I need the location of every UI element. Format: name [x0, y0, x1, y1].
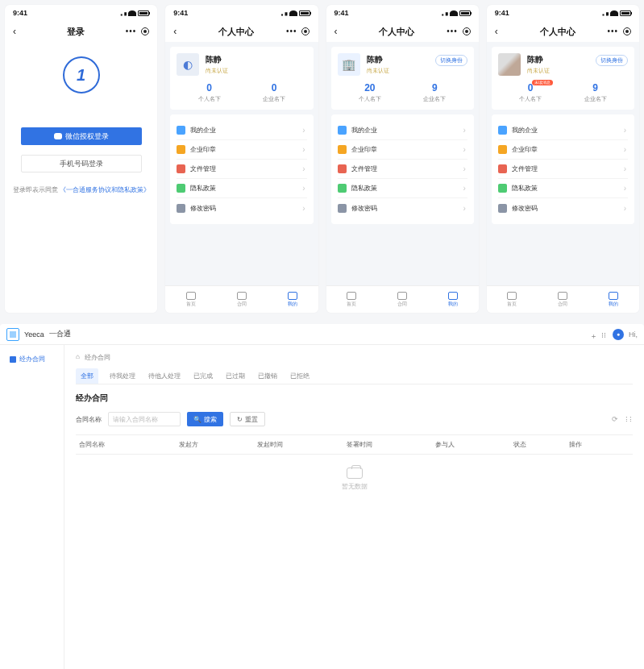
empty-icon [347, 467, 363, 479]
menu-item[interactable]: 隐私政策 [498, 179, 628, 198]
tabbar-item[interactable]: 首页 [165, 286, 216, 313]
page-title: 个人中心 [540, 26, 575, 38]
menu-item[interactable]: 文件管理 [338, 160, 467, 179]
table-column-header: 合同名称 [76, 435, 176, 454]
menu-item[interactable]: 我的企业 [338, 121, 467, 140]
user-status: 尚未认证 [206, 67, 228, 75]
wechat-login-button[interactable]: 微信授权登录 [21, 127, 142, 145]
tabbar-item[interactable]: 合同 [538, 286, 588, 313]
tabbar-item[interactable]: 我的 [428, 286, 479, 313]
user-name: 陈静 [527, 54, 550, 65]
menu-item-icon [177, 164, 185, 173]
content-tab[interactable]: 已完成 [192, 368, 214, 384]
more-icon[interactable]: ••• [286, 27, 297, 35]
phone-profile-3: 9:41 ‹ 个人中心 ••• 陈静 尚未认证 切换身份 0未读消息个人名下 9… [487, 5, 639, 313]
content-tab[interactable]: 待他人处理 [147, 368, 182, 384]
brand-logo-icon [6, 328, 19, 341]
menu-item[interactable]: 我的企业 [177, 121, 306, 140]
breadcrumb: ⌂ 经办合同 [76, 353, 633, 362]
dots-icon[interactable]: ⁝⁝ [601, 331, 608, 338]
menu-item-icon [498, 204, 507, 213]
table-column-header: 参与人 [432, 435, 510, 454]
menu-item-icon [338, 164, 347, 173]
tabbar-item[interactable]: 合同 [216, 286, 267, 313]
stat-personal[interactable]: 20个人名下 [338, 82, 403, 103]
menu-item-icon [338, 204, 347, 213]
avatar-corp[interactable]: 🏢 [338, 53, 360, 76]
stat-corp[interactable]: 9企业名下 [563, 82, 628, 103]
brand-name-cn: 一合通 [49, 329, 71, 339]
stat-corp[interactable]: 9企业名下 [402, 82, 467, 103]
more-icon[interactable]: ••• [607, 27, 618, 35]
plus-icon[interactable]: ＋ [590, 331, 596, 338]
target-icon[interactable] [623, 27, 631, 35]
menu-item[interactable]: 修改密码 [498, 198, 628, 218]
menu-item[interactable]: 企业印章 [338, 140, 467, 160]
stat-personal[interactable]: 0个人名下 [177, 82, 242, 103]
tabbar-item[interactable]: 我的 [588, 286, 639, 313]
stat-corp[interactable]: 0企业名下 [242, 82, 307, 103]
tabbar-item[interactable]: 合同 [377, 286, 428, 313]
filter-input[interactable]: 请输入合同名称 [108, 412, 181, 426]
reset-button[interactable]: ↻ 重置 [230, 412, 265, 426]
content-tab[interactable]: 待我处理 [108, 368, 137, 384]
back-icon[interactable]: ‹ [334, 26, 347, 37]
menu-item-label: 我的企业 [351, 126, 377, 135]
menu-item[interactable]: 文件管理 [498, 160, 628, 179]
tabbar-icon [237, 292, 247, 300]
stat-personal[interactable]: 0未读消息个人名下 [498, 82, 563, 103]
menu-item-label: 我的企业 [190, 126, 216, 135]
menu-item[interactable]: 我的企业 [498, 121, 628, 140]
user-name: 陈静 [367, 54, 389, 65]
more-icon[interactable]: ••• [447, 27, 458, 35]
menu-item[interactable]: 修改密码 [177, 198, 306, 218]
tabbar-label: 合同 [558, 301, 567, 308]
target-icon[interactable] [141, 27, 149, 35]
back-icon[interactable]: ‹ [495, 26, 508, 37]
section-title: 经办合同 [76, 393, 633, 404]
content-tab[interactable]: 已过期 [224, 368, 247, 384]
refresh-icon[interactable]: ⟳ [612, 415, 618, 423]
menu-item[interactable]: 企业印章 [498, 140, 628, 160]
menu-item-icon [498, 184, 507, 193]
tabbar-item[interactable]: 我的 [267, 286, 318, 313]
menu-item[interactable]: 隐私政策 [338, 179, 467, 198]
switch-identity-button[interactable]: 切换身份 [435, 55, 467, 66]
phone-profile-2: 9:41 ‹ 个人中心 ••• 🏢 陈静 尚未认证 切换身份 20个人名下 9企… [326, 5, 479, 313]
more-icon[interactable]: ••• [126, 27, 137, 35]
user-status: 尚未认证 [367, 67, 389, 75]
status-time: 9:41 [13, 9, 27, 17]
phone-login-button[interactable]: 手机号码登录 [21, 155, 142, 172]
back-icon[interactable]: ‹ [13, 26, 26, 37]
menu-item[interactable]: 企业印章 [177, 140, 306, 160]
tabbar-item[interactable]: 首页 [487, 286, 538, 313]
menu-item-label: 我的企业 [512, 126, 538, 135]
sidebar-item-contracts[interactable]: 经办合同 [5, 351, 59, 367]
search-button[interactable]: 🔍 搜索 [187, 412, 223, 426]
target-icon[interactable] [301, 27, 310, 35]
content-tab[interactable]: 全部 [76, 368, 98, 384]
page-title: 登录 [67, 26, 85, 38]
back-icon[interactable]: ‹ [173, 26, 186, 37]
main-content: ⌂ 经办合同 全部待我处理待他人处理已完成已过期已撤销已拒绝 经办合同 合同名称… [64, 345, 644, 669]
menu-item[interactable]: 修改密码 [338, 198, 467, 218]
tabbar-item[interactable]: 首页 [326, 286, 377, 313]
avatar-photo[interactable] [498, 53, 521, 76]
menu-item[interactable]: 隐私政策 [177, 179, 306, 198]
content-tab[interactable]: 已拒绝 [289, 368, 311, 384]
content-tab[interactable]: 已撤销 [256, 368, 279, 384]
terms-link[interactable]: 《一合通服务协议和隐私政策》 [60, 185, 150, 194]
menu-item[interactable]: 文件管理 [177, 160, 306, 179]
tabbar-icon [609, 292, 618, 300]
target-icon[interactable] [463, 27, 471, 35]
table-column-header: 签署时间 [343, 435, 433, 454]
switch-identity-button[interactable]: 切换身份 [596, 55, 628, 66]
filter-label: 合同名称 [76, 415, 102, 424]
crumb-home-icon[interactable]: ⌂ [76, 353, 80, 362]
crumb-current: 经办合同 [85, 353, 110, 362]
menu-item-icon [177, 184, 185, 193]
avatar[interactable]: ◐ [177, 53, 199, 76]
user-avatar[interactable]: ● [613, 329, 624, 340]
menu-item-label: 企业印章 [512, 145, 538, 154]
columns-icon[interactable]: ⫶⫶ [625, 415, 633, 423]
